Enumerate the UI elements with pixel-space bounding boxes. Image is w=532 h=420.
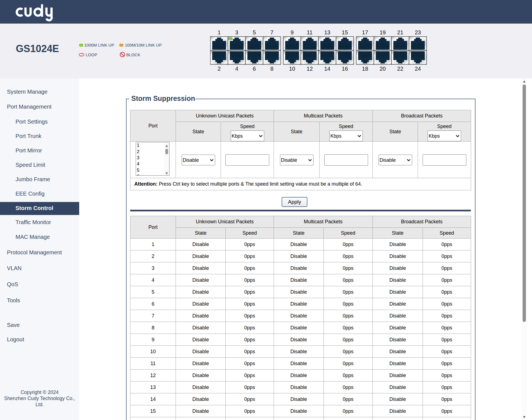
- svg-text:21: 21: [397, 30, 403, 35]
- svg-text:7: 7: [270, 30, 273, 35]
- svg-text:18: 18: [362, 66, 368, 72]
- svg-text:24: 24: [415, 66, 421, 72]
- svg-text:16: 16: [342, 66, 348, 72]
- svg-text:2: 2: [218, 66, 221, 72]
- svg-text:12: 12: [307, 66, 313, 72]
- svg-text:22: 22: [397, 66, 403, 72]
- svg-text:15: 15: [342, 30, 348, 35]
- svg-text:1: 1: [218, 30, 221, 35]
- svg-text:4: 4: [235, 66, 238, 72]
- svg-text:23: 23: [415, 30, 421, 35]
- svg-text:19: 19: [380, 30, 386, 35]
- svg-text:14: 14: [324, 66, 330, 72]
- svg-text:10: 10: [289, 66, 295, 72]
- svg-text:20: 20: [380, 66, 386, 72]
- svg-text:3: 3: [235, 30, 238, 35]
- svg-text:8: 8: [270, 66, 273, 72]
- svg-text:9: 9: [291, 30, 294, 35]
- svg-text:6: 6: [253, 66, 256, 72]
- svg-text:13: 13: [324, 30, 330, 35]
- svg-text:11: 11: [307, 30, 313, 35]
- svg-text:5: 5: [253, 30, 256, 35]
- svg-text:17: 17: [362, 30, 368, 35]
